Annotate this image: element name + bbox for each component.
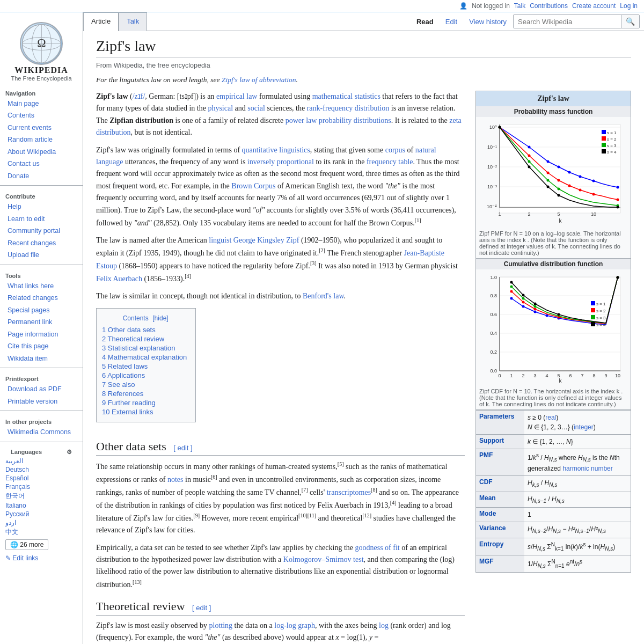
infobox-value-mgf: 1/HN,s ΣNn=1 ent/ns (524, 555, 631, 572)
navigation-title: Navigation (0, 88, 83, 98)
sidebar-item-help[interactable]: Help (0, 201, 83, 213)
log-link[interactable]: log (379, 621, 389, 630)
section-1-edit[interactable]: [ edit ] (173, 444, 192, 452)
tab-article[interactable]: Article (83, 12, 119, 31)
languages-settings-icon[interactable]: ⚙ (67, 449, 72, 456)
sidebar-item-about-wikipedia[interactable]: About Wikipedia (0, 146, 83, 158)
sidebar-item-random-article[interactable]: Random article (0, 134, 83, 146)
lang-chinese[interactable]: 中文 (5, 527, 77, 537)
svg-text:1.0: 1.0 (490, 275, 497, 280)
svg-text:9: 9 (604, 373, 607, 378)
plotting-link[interactable]: plotting (209, 621, 233, 630)
transcriptomes-link[interactable]: transcriptomes (327, 488, 371, 496)
sidebar-item-special-pages[interactable]: Special pages (0, 304, 83, 317)
lang-more-button[interactable]: 🌐 26 more (5, 539, 48, 550)
sidebar-item-what-links-here[interactable]: What links here (0, 280, 83, 292)
svg-text:s = 3: s = 3 (607, 143, 617, 148)
empirical-law-link[interactable]: empirical law (216, 92, 258, 100)
infobox-row-pmf: PMF 1/ks / HN,s where HN,s is the Nth ge… (476, 449, 631, 475)
quant-ling-link[interactable]: quantitative linguistics (242, 146, 310, 154)
lang-arabic[interactable]: العربية (5, 457, 77, 465)
sidebar-item-printable-version[interactable]: Printable version (0, 396, 83, 408)
body-paragraph-2: Zipf's law was originally formulated in … (96, 144, 465, 229)
svg-point-87 (534, 311, 537, 313)
pmf-svg: 10⁰ 10⁻¹ 10⁻² 10⁻³ 10⁻⁴ (481, 119, 626, 226)
other-projects-title: In other projects (0, 416, 83, 426)
sidebar-item-upload-file[interactable]: Upload file (0, 249, 83, 261)
freq-table-link[interactable]: frequency table (367, 158, 413, 166)
sidebar-item-page-information[interactable]: Page information (0, 328, 83, 341)
sidebar-item-learn-to-edit[interactable]: Learn to edit (0, 213, 83, 225)
lang-francais[interactable]: Français (5, 482, 77, 491)
sidebar-item-permanent-link[interactable]: Permanent link (0, 316, 83, 328)
benford-link[interactable]: Benford's law (303, 292, 344, 300)
gof-link[interactable]: goodness of fit (355, 544, 400, 552)
rank-freq-link[interactable]: rank-frequency distribution (307, 104, 390, 112)
tab-talk[interactable]: Talk (119, 12, 147, 31)
cdf-chart-title: Cumulative distribution function (476, 259, 631, 269)
ipa-link[interactable]: /zɪf/ (133, 92, 145, 100)
tab-view-history[interactable]: View history (464, 15, 512, 28)
section-2-edit[interactable]: [ edit ] (192, 604, 211, 612)
infobox-row-mgf: MGF 1/HN,s ΣNn=1 ent/ns (476, 555, 631, 572)
lang-korean[interactable]: 한국어 (5, 491, 77, 501)
list-item: 2 Theoretical review (102, 334, 187, 343)
talk-link[interactable]: Talk (514, 2, 525, 10)
section2-paragraph-1: Zipf's law is most easily observed by pl… (96, 620, 465, 644)
sidebar-item-wikidata-item[interactable]: Wikidata item (0, 353, 83, 365)
estoup-link[interactable]: Jean-Baptiste Estoup (96, 249, 444, 270)
infobox: Zipf's law Probability mass function 10⁰… (475, 91, 631, 573)
brown-corpus-link[interactable]: Brown Corpus (231, 182, 275, 190)
sidebar-item-community-portal[interactable]: Community portal (0, 225, 83, 237)
log-in-link[interactable]: Log in (620, 2, 638, 10)
lang-russian[interactable]: Русский (5, 510, 77, 518)
navigation-section: Navigation Main page Contents Current ev… (0, 85, 83, 184)
svg-text:10⁻²: 10⁻² (487, 164, 497, 170)
edit-links-button[interactable]: ✎ Edit links (0, 552, 83, 564)
svg-rect-106 (591, 301, 595, 305)
sidebar-item-current-events[interactable]: Current events (0, 122, 83, 134)
svg-point-35 (558, 179, 560, 182)
sidebar-item-contents[interactable]: Contents (0, 109, 83, 122)
lang-espanol[interactable]: Español (5, 474, 77, 482)
svg-text:0.4: 0.4 (490, 331, 497, 336)
infobox-row-entropy: Entropy s/HN,s ΣNk=1 ln(k)/ks + ln(HN,s) (476, 538, 631, 555)
sidebar-item-cite-this-page[interactable]: Cite this page (0, 340, 83, 353)
search-button[interactable]: 🔍 (621, 15, 639, 28)
lang-italiano[interactable]: Italiano (5, 501, 77, 510)
infobox-value-support: k ∈ {1, 2, …, N} (524, 435, 631, 449)
contents-hide[interactable]: [hide] (152, 314, 168, 322)
svg-point-29 (579, 175, 582, 178)
notes-link[interactable]: notes (167, 475, 184, 484)
sidebar-item-recent-changes[interactable]: Recent changes (0, 237, 83, 250)
auerbach-link[interactable]: Felix Auerbach (96, 275, 142, 283)
sidebar-item-wikimedia-commons[interactable]: Wikimedia Commons (0, 426, 83, 438)
create-account-link[interactable]: Create account (572, 2, 616, 10)
log-log-link[interactable]: log-log graph (274, 621, 315, 630)
sidebar-item-donate[interactable]: Donate (0, 170, 83, 182)
power-law-link[interactable]: power law probability distributions (286, 116, 391, 125)
corpus-link[interactable]: corpus (385, 146, 405, 154)
tab-read[interactable]: Read (411, 15, 439, 28)
math-stats-link[interactable]: mathematical statistics (312, 92, 380, 100)
abbreviation-law-link[interactable]: Zipf's law of abbreviation (222, 76, 296, 84)
svg-point-94 (534, 308, 537, 311)
social-link[interactable]: social (247, 104, 265, 112)
ks-test-link[interactable]: Kolmogorov–Smirnov test (283, 555, 364, 564)
pmf-chart-title: Probability mass function (476, 106, 631, 117)
linguist-link[interactable]: linguist George Kingsley Zipf (209, 236, 299, 244)
sidebar-item-download-pdf[interactable]: Download as PDF (0, 383, 83, 396)
lang-urdu[interactable]: اردو (5, 518, 77, 527)
svg-text:10⁰: 10⁰ (489, 125, 497, 130)
inv-prop-link[interactable]: inversely proportional (247, 158, 314, 166)
sidebar-item-main-page[interactable]: Main page (0, 98, 83, 110)
physical-link[interactable]: physical (208, 104, 233, 112)
sidebar-item-contact-us[interactable]: Contact us (0, 158, 83, 170)
other-projects-section: In other projects Wikimedia Commons (0, 413, 83, 440)
tab-edit[interactable]: Edit (440, 15, 463, 28)
svg-point-49 (617, 206, 619, 209)
lang-deutsch[interactable]: Deutsch (5, 465, 77, 474)
sidebar-item-related-changes[interactable]: Related changes (0, 292, 83, 304)
contributions-link[interactable]: Contributions (530, 2, 568, 10)
search-input[interactable] (514, 16, 621, 28)
